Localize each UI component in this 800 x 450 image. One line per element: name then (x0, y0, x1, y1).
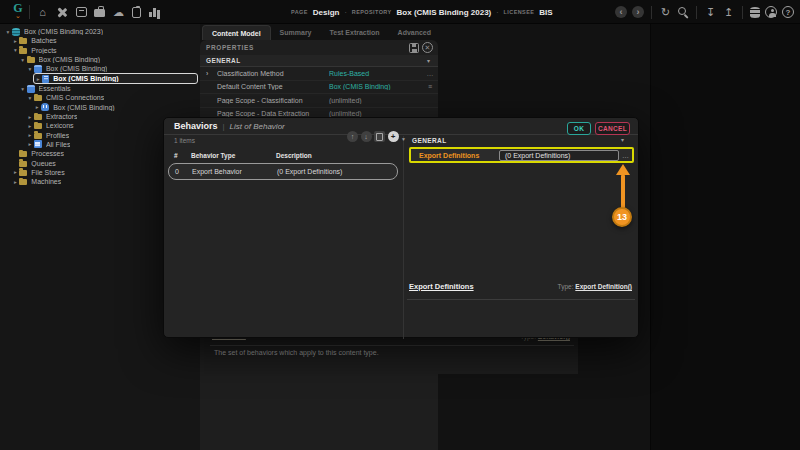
divider (651, 6, 652, 19)
project-icon (27, 85, 35, 93)
content-model-icon (42, 75, 49, 83)
account-icon[interactable] (765, 6, 777, 18)
divider (696, 6, 697, 19)
chevron-down-icon[interactable]: ▼ (401, 136, 406, 142)
tab-test-extraction[interactable]: Test Extraction (321, 25, 389, 40)
property-value-input[interactable]: (0 Export Definitions) (499, 150, 619, 161)
property-value[interactable]: Rules-Based (329, 70, 422, 77)
add-icon[interactable]: + (388, 131, 399, 142)
tasks-icon[interactable] (132, 7, 141, 18)
group-header-label: GENERAL (412, 137, 447, 144)
cell-type: Export Behavior (192, 168, 277, 175)
tab-advanced[interactable]: Advanced (389, 25, 440, 40)
tree-item[interactable]: ▾Box (CMIS Binding) (26, 64, 200, 73)
help-icon[interactable]: ? (782, 6, 794, 18)
refresh-icon[interactable]: ↻ (659, 6, 672, 19)
licensee-value: BIS (539, 8, 552, 17)
chevron-down-icon[interactable]: ▾ (26, 66, 34, 72)
tree-item[interactable]: ▸Batches (11, 36, 200, 45)
cancel-button[interactable]: CANCEL (595, 122, 630, 135)
tree-item-label: Processes (31, 150, 64, 157)
move-down-icon[interactable]: ↓ (361, 131, 372, 142)
ok-button[interactable]: OK (567, 122, 591, 135)
chevron-right-icon[interactable]: ▸ (11, 179, 19, 185)
move-up-icon[interactable]: ↑ (347, 131, 358, 142)
back-icon[interactable]: ‹ (615, 6, 627, 18)
tree-item[interactable]: ▸Box (CMIS Binding) (33, 73, 198, 84)
menu-button[interactable]: ≡ (422, 83, 438, 90)
folder-icon (27, 57, 35, 63)
database-icon[interactable] (750, 7, 760, 18)
tree-item[interactable]: ▾Projects (11, 46, 200, 55)
design-tools-icon[interactable] (56, 6, 69, 19)
repository-value[interactable]: Box (CMIS Binding 2023) (397, 8, 492, 17)
property-row[interactable]: Page Scope - Classification(unlimited) (200, 94, 438, 108)
home-icon[interactable]: ⌂ (36, 6, 49, 19)
delete-icon[interactable] (374, 131, 385, 142)
property-value[interactable]: (unlimited) (329, 97, 422, 104)
chevron-down-icon[interactable]: ▾ (4, 29, 12, 35)
folder-icon (19, 170, 27, 176)
repository-label: REPOSITORY (352, 9, 392, 15)
folder-icon (34, 114, 42, 120)
chevron-down-icon[interactable]: ▾ (621, 136, 624, 143)
tree-item[interactable]: ▸Box (CMIS Binding) (33, 103, 200, 112)
property-row[interactable]: Default Content TypeBox (CMIS Binding)≡ (200, 81, 438, 95)
ellipsis-button[interactable]: … (619, 152, 632, 159)
chevron-right-icon[interactable]: ▸ (26, 114, 34, 120)
cloud-icon[interactable]: ☁ (112, 6, 125, 19)
properties-toolbar: PROPERTIES ✕ (200, 40, 438, 55)
tree-item[interactable]: ▾Box (CMIS Binding 2023) (4, 27, 200, 36)
search-icon[interactable] (677, 6, 689, 18)
chevron-right-icon[interactable]: ▸ (26, 123, 34, 129)
tree-item-label: Profiles (46, 132, 69, 139)
tab-summary[interactable]: Summary (271, 25, 321, 40)
chevron-down-icon[interactable]: ▾ (427, 57, 430, 64)
folder-icon (19, 48, 27, 54)
chevron-down-icon[interactable]: ▾ (19, 86, 27, 92)
tree-item[interactable]: ▾Box (CMIS Binding) (19, 55, 200, 64)
download-icon[interactable]: ↧ (704, 6, 717, 19)
chevron-right-icon[interactable]: ▸ (11, 169, 19, 175)
expander-icon[interactable]: › (206, 70, 217, 77)
property-value[interactable]: Box (CMIS Binding) (329, 83, 422, 90)
type-link[interactable]: Export Definition() (575, 283, 632, 290)
files-icon (34, 140, 42, 148)
tree-item-label: Queues (31, 160, 56, 167)
annotation-step-badge: 13 (612, 207, 632, 227)
chevron-down-icon[interactable]: ▾ (19, 57, 27, 63)
group-header-label: GENERAL (206, 57, 241, 64)
chevron-right-icon[interactable]: ▸ (34, 76, 42, 82)
chevron-right-icon[interactable]: ▸ (26, 132, 34, 138)
chevron-down-icon[interactable]: ▾ (11, 47, 19, 53)
tab-content-model[interactable]: Content Model (202, 25, 271, 40)
ellipsis-button[interactable]: … (422, 70, 438, 77)
chevron-down-icon[interactable]: ▾ (26, 95, 34, 101)
export-definitions-row[interactable]: Export Definitions (0 Export Definitions… (409, 147, 634, 163)
group-header[interactable]: GENERAL ▾ (200, 55, 438, 67)
property-row[interactable]: ›Classification MethodRules-Based… (200, 67, 438, 81)
list-header: # Behavior Type Description (174, 152, 396, 159)
page-value[interactable]: Design (313, 8, 340, 17)
briefcase-icon[interactable] (94, 9, 105, 17)
folder-icon (34, 133, 42, 139)
upload-icon[interactable]: ↥ (722, 6, 735, 19)
forward-icon[interactable]: › (632, 6, 644, 18)
annotation-arrow-shaft (621, 174, 625, 209)
chevron-right-icon[interactable]: ▸ (11, 38, 19, 44)
chevron-right-icon[interactable]: ▸ (26, 141, 34, 147)
archive-icon[interactable] (76, 7, 87, 17)
behavior-row[interactable]: 0Export Behavior(0 Export Definitions) (168, 163, 398, 180)
app-logo[interactable]: G ⌄ (10, 2, 26, 22)
chevron-right-icon[interactable]: ▸ (33, 104, 41, 110)
tree-item[interactable]: ▾CMIS Connections (26, 93, 200, 102)
folder-icon (19, 161, 27, 167)
project-icon (34, 65, 42, 73)
divider (403, 136, 404, 339)
save-icon[interactable] (409, 43, 419, 53)
tree-item-label: Projects (31, 47, 56, 54)
stats-icon[interactable] (148, 7, 160, 18)
tree-item[interactable]: ▾Essentials (19, 84, 200, 93)
separator-dot: · (496, 9, 498, 16)
close-icon[interactable]: ✕ (422, 42, 433, 53)
